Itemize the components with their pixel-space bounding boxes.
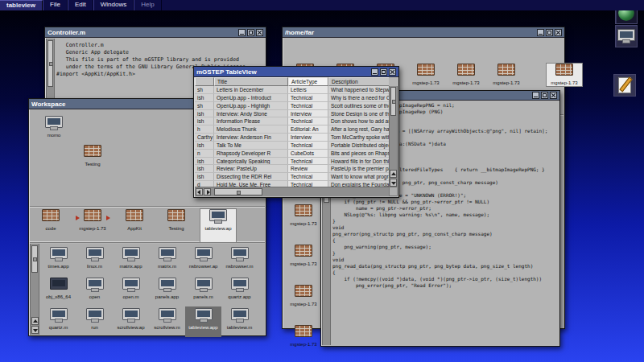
source-line: {: [332, 237, 558, 244]
menu-item[interactable]: File: [43, 0, 68, 10]
shelf-item[interactable]: mgstep-1.73: [448, 64, 484, 86]
file-icon-item[interactable]: tableview.m: [221, 306, 258, 337]
minimize-icon[interactable]: [532, 92, 539, 99]
browser-item[interactable]: mgstep-1.73: [286, 285, 321, 307]
file-icon-item[interactable]: open.m: [113, 276, 149, 306]
folder-brick-icon: [417, 64, 435, 76]
titlebar[interactable]: mGSTEP TableView: [194, 67, 398, 77]
shelf-item[interactable]: code: [33, 209, 68, 242]
dock-tile-editor[interactable]: [613, 74, 636, 97]
cell-articletype: Technical: [288, 173, 328, 180]
vertical-scrollbar[interactable]: [30, 244, 39, 335]
icon-label: mgstep-1.73: [286, 261, 321, 267]
app-menu-title[interactable]: tableview: [0, 0, 43, 10]
column-header-title[interactable]: Title: [214, 77, 288, 86]
column-header[interactable]: [195, 77, 214, 86]
shelf-item[interactable]: mgstep-1.73: [75, 209, 110, 242]
shelf-item[interactable]: AppKit: [117, 209, 152, 242]
source-line: Generic App delegate: [56, 49, 264, 56]
scroll-down-icon[interactable]: [390, 179, 397, 187]
source-line: Controller.m: [56, 42, 264, 49]
file-icon-item[interactable]: open: [76, 276, 113, 306]
file-icon-item[interactable]: scrollview.m: [149, 306, 185, 337]
icon-label: momo: [36, 133, 72, 138]
column-header-articletype[interactable]: ArticleType: [288, 77, 328, 86]
cell-description: Don explains the Foundation Kit memo: [328, 181, 389, 187]
close-icon[interactable]: [256, 29, 263, 36]
menu-item[interactable]: Windows: [93, 0, 134, 10]
table-row[interactable]: ish Categorically Speaking Technical How…: [195, 158, 389, 166]
maximize-icon[interactable]: [247, 29, 254, 36]
close-icon[interactable]: [389, 68, 396, 76]
scroll-up-icon[interactable]: [390, 170, 397, 178]
browser-item[interactable]: mgstep-1.73: [286, 245, 321, 267]
table-row[interactable]: d Hold Me, Use Me, Free Technical Don ex…: [195, 181, 389, 187]
maximize-icon[interactable]: [380, 68, 387, 76]
scroll-up-icon[interactable]: [31, 317, 39, 325]
titlebar[interactable]: Controller.m: [45, 27, 266, 38]
horizontal-scrollbar[interactable]: [195, 187, 389, 196]
file-icon-item[interactable]: scrollview.ap: [113, 306, 149, 337]
table-row[interactable]: ish Review: PasteUp Review PasteUp is th…: [195, 165, 389, 173]
file-icon: [195, 308, 213, 320]
file-icon-item[interactable]: tableview.app: [185, 306, 221, 337]
scroll-knob[interactable]: [390, 87, 396, 116]
icon-label: mgstep-1.73: [408, 80, 444, 86]
close-icon[interactable]: [550, 92, 557, 99]
scroll-left-icon[interactable]: [196, 188, 203, 195]
scroll-right-icon[interactable]: [204, 188, 211, 195]
titlebar[interactable]: /home/far: [283, 27, 564, 38]
table-row[interactable]: Carthy Interview: Anderson Fin Interview…: [195, 134, 389, 142]
file-icon-item[interactable]: nsbrowser.m: [221, 245, 258, 276]
file-icon-item[interactable]: quartz.m: [40, 306, 76, 337]
minimize-icon[interactable]: [371, 68, 378, 76]
file-icon-item[interactable]: obj_x86_64: [40, 276, 76, 306]
table-row[interactable]: ish Information Please Technical Don sho…: [195, 117, 389, 125]
vertical-scrollbar[interactable]: [389, 86, 398, 187]
table-row[interactable]: ish Interview: Andy Stone Interview Ston…: [195, 110, 389, 118]
shelf-item[interactable]: Testing: [159, 209, 194, 242]
minimize-icon[interactable]: [238, 29, 246, 36]
computer-icon: [616, 29, 637, 41]
column-header-description[interactable]: Description: [328, 77, 389, 86]
scroll-knob[interactable]: [31, 245, 38, 273]
minimize-icon[interactable]: [537, 29, 544, 36]
table-row[interactable]: ish Talk To Me Technical Portable Distri…: [195, 142, 389, 150]
folder-brick-icon: [295, 285, 312, 297]
folder-testing[interactable]: Testing: [75, 145, 110, 167]
cell-title: Review: PasteUp: [214, 165, 288, 172]
browser-item[interactable]: mgstep-1.73: [286, 325, 321, 348]
maximize-icon[interactable]: [541, 92, 548, 99]
file-icon-item[interactable]: quartz.app: [221, 276, 258, 306]
table-row[interactable]: ish OpenUp.app - Introduct Technical Why…: [195, 94, 389, 102]
file-icon-item[interactable]: panels.m: [185, 276, 221, 306]
file-icon-item[interactable]: matrix.app: [113, 245, 149, 276]
file-icon-item[interactable]: nsbrowser.ap: [185, 245, 221, 276]
file-icon-item[interactable]: linux.m: [76, 245, 113, 276]
cell-title: Hold Me, Use Me, Free: [214, 181, 288, 187]
scroll-knob[interactable]: [214, 188, 262, 195]
shelf-item[interactable]: tableview.ap: [200, 209, 236, 242]
menu-item[interactable]: Edit: [68, 0, 93, 10]
file-icon-item[interactable]: times.app: [40, 245, 76, 276]
shelf-item[interactable]: mgstep-1.73: [408, 64, 444, 86]
scroll-knob[interactable]: [47, 40, 53, 87]
table-row[interactable]: n Rhapsody Developer R CubeDots Bits and…: [195, 150, 389, 158]
file-icon-item[interactable]: run: [76, 306, 113, 337]
file-icon-item[interactable]: matrix.m: [149, 245, 185, 276]
table-row[interactable]: sh OpenUp.app - Highligh Technical Scott…: [195, 102, 389, 110]
maximize-icon[interactable]: [546, 29, 553, 36]
cell-description: PasteUp is the premier page-layout ap: [328, 165, 389, 172]
menu-item[interactable]: Help: [134, 0, 161, 10]
shelf-item[interactable]: mgstep-1.73: [489, 64, 524, 86]
dock-tile-workspace[interactable]: [615, 25, 638, 47]
table-row[interactable]: h Melodious Thunk Editorial: An After a …: [195, 125, 389, 134]
computer-momo[interactable]: momo: [36, 116, 72, 138]
close-icon[interactable]: [555, 29, 562, 36]
table-row[interactable]: ish Dissecting the RDR Rel Technical Wan…: [195, 173, 389, 181]
browser-item[interactable]: mgstep-1.73: [286, 204, 321, 227]
file-icon-item[interactable]: panels.app: [149, 276, 185, 306]
scroll-down-icon[interactable]: [31, 326, 39, 334]
table-row[interactable]: sh Letters in December Letters What happ…: [195, 86, 389, 94]
shelf-item[interactable]: mgstep-1.73: [547, 64, 582, 86]
